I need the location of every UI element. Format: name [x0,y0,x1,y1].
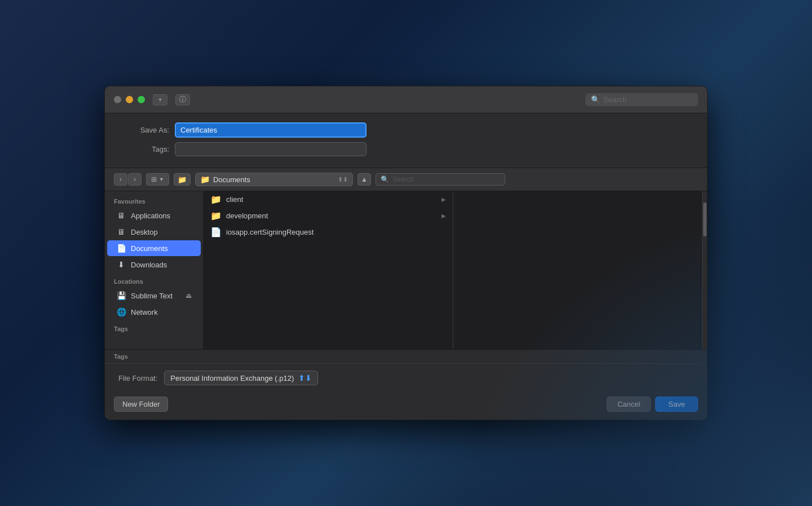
chevron-right-icon: ▶ [442,213,446,219]
file-item-iosapp[interactable]: 📄 iosapp.certSigningRequest [204,224,453,240]
document-icon: 📄 [210,227,222,237]
eject-icon[interactable]: ⏏ [186,292,192,300]
dropdown-arrows-icon: ⬆⬇ [338,176,348,183]
toolbar-row: ‹ › ⊞ ▼ 📁 📁 Documents ⬆⬇ ▲ 🔍 Search [105,168,707,191]
sidebar: Favourites 🖥 Applications 🖥 Desktop 📄 Do… [105,191,204,349]
location-folder-icon: 📁 [200,175,210,184]
nav-group: ‹ › [114,173,142,186]
sidebar-item-documents[interactable]: 📄 Documents [107,240,201,256]
chevron-right-icon: ▶ [442,196,446,203]
add-button[interactable]: + [153,94,167,105]
chevron-down-icon: ▼ [159,177,164,182]
info-button[interactable]: ⓘ [175,94,190,105]
vertical-scrollbar[interactable] [703,191,707,349]
applications-icon: 🖥 [116,210,126,221]
expand-button[interactable]: ▲ [358,173,371,186]
title-search-placeholder: Search [603,95,626,104]
desktop-icon: 🖥 [116,227,126,237]
sidebar-item-label-applications: Applications [131,212,170,220]
tags-input[interactable] [175,142,367,156]
format-dropdown[interactable]: Personal Information Exchange (.p12) ⬆⬇ [164,371,318,385]
view-toggle-button[interactable]: ⊞ ▼ [146,173,169,186]
network-icon: 🌐 [116,307,126,317]
sidebar-item-label-network: Network [131,308,158,316]
save-button[interactable]: Save [655,397,698,412]
buttons-row: New Folder Cancel Save [105,392,707,420]
sidebar-item-sublime-text[interactable]: 💾 Sublime Text ⏏ [107,288,201,303]
location-label: Documents [213,175,250,184]
search-icon: 🔍 [381,175,389,183]
forward-button[interactable]: › [128,173,142,186]
favourites-section-label: Favourites [105,198,203,207]
locations-section-label: Locations [105,278,203,287]
file-item-label-iosapp: iosapp.certSigningRequest [226,228,314,236]
action-buttons-group: Cancel Save [607,397,698,412]
save-as-row: Save As: [118,122,694,138]
save-as-input[interactable] [175,122,367,138]
downloads-icon: ⬇ [116,259,126,270]
sidebar-item-label-documents: Documents [131,244,168,253]
save-as-label: Save As: [118,126,169,134]
sidebar-item-downloads[interactable]: ⬇ Downloads [107,257,201,272]
location-dropdown[interactable]: 📁 Documents ⬆⬇ [195,173,353,186]
file-item-label-development: development [226,212,268,220]
new-folder-button[interactable]: New Folder [114,397,168,412]
sidebar-item-label-sublime-text: Sublime Text [131,292,173,300]
action-button[interactable]: 📁 [174,173,191,186]
tags-section-label: Tags [105,325,203,335]
save-dialog: + ⓘ 🔍 Search Save As: Tags: ‹ › ⊞ ▼ 📁 [104,86,708,420]
tags-label: Tags: [118,145,169,153]
dropdown-stepper-icon: ⬆⬇ [298,373,312,382]
file-browser-pane2 [453,191,703,349]
file-item-development[interactable]: 📁 development ▶ [204,208,453,224]
file-browser-pane1: 📁 client ▶ 📁 development ▶ 📄 iosapp.cert… [204,191,453,349]
folder-icon: 📁 [210,194,222,205]
toolbar-search-placeholder: Search [392,175,414,183]
format-label: File Format: [118,374,157,382]
sidebar-item-applications[interactable]: 🖥 Applications [107,208,201,223]
folder-action-icon: 📁 [178,175,187,184]
form-section: Save As: Tags: [105,113,707,168]
tags-bottom-label: Tags [105,350,707,364]
documents-icon: 📄 [116,243,126,253]
bottom-section: Tags File Format: Personal Information E… [105,349,707,420]
folder-icon: 📁 [210,210,222,221]
sidebar-item-label-downloads: Downloads [131,261,167,269]
main-content: Favourites 🖥 Applications 🖥 Desktop 📄 Do… [105,191,707,349]
sidebar-item-network[interactable]: 🌐 Network [107,304,201,320]
sidebar-item-desktop[interactable]: 🖥 Desktop [107,224,201,240]
title-search-bar[interactable]: 🔍 Search [585,93,698,106]
scrollbar-thumb[interactable] [703,203,707,236]
minimize-button[interactable] [126,96,133,103]
format-row: File Format: Personal Information Exchan… [105,364,707,392]
cancel-button[interactable]: Cancel [607,397,651,412]
file-item-client[interactable]: 📁 client ▶ [204,191,453,208]
grid-icon: ⊞ [151,175,157,183]
format-value: Personal Information Exchange (.p12) [170,374,294,382]
close-button[interactable] [114,96,121,103]
search-icon: 🔍 [591,95,600,104]
toolbar-search[interactable]: 🔍 Search [376,173,505,186]
maximize-button[interactable] [138,96,145,103]
file-item-label-client: client [226,195,243,204]
tags-row: Tags: [118,142,694,156]
back-button[interactable]: ‹ [114,173,127,186]
sidebar-item-label-desktop: Desktop [131,228,158,236]
title-bar: + ⓘ 🔍 Search [105,86,707,113]
sublime-text-icon: 💾 [116,291,126,301]
